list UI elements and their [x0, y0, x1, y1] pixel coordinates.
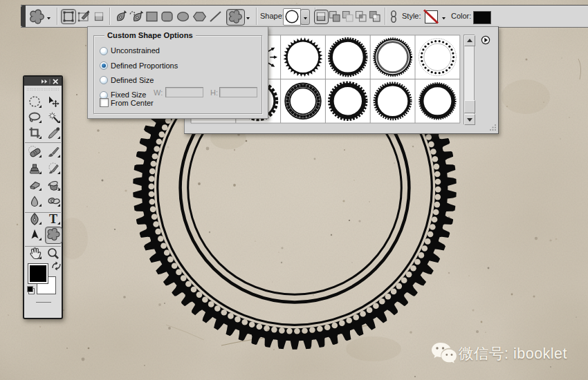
svg-text:T: T: [48, 212, 57, 226]
